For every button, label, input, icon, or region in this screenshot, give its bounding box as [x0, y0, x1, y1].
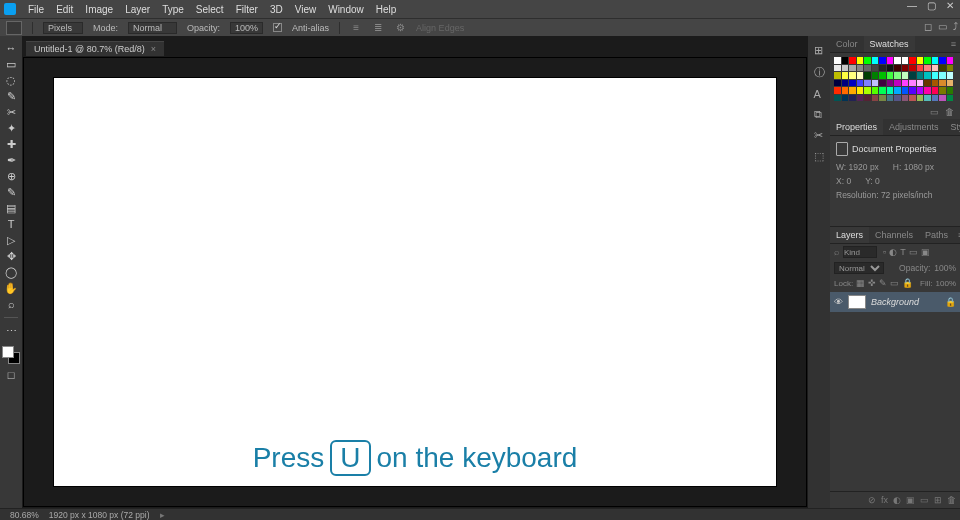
swatch[interactable] — [909, 80, 916, 87]
tool-16[interactable]: ⌕ — [3, 296, 19, 312]
tab-adjustments[interactable]: Adjustments — [883, 119, 945, 135]
swatch[interactable] — [849, 80, 856, 87]
swatch[interactable] — [932, 72, 939, 79]
lock-position-icon[interactable]: ✜ — [868, 278, 876, 288]
tool-15[interactable]: ✋ — [3, 280, 19, 296]
swatch[interactable] — [864, 72, 871, 79]
swatch[interactable] — [947, 95, 954, 102]
tool-3[interactable]: ✎ — [3, 88, 19, 104]
swatch[interactable] — [879, 65, 886, 72]
swatch[interactable] — [872, 80, 879, 87]
swatch[interactable] — [947, 80, 954, 87]
panel-icon-3[interactable]: ⧉ — [814, 108, 825, 121]
swatch[interactable] — [939, 65, 946, 72]
swatch[interactable] — [917, 65, 924, 72]
swatch[interactable] — [894, 57, 901, 64]
document-tab[interactable]: Untitled-1 @ 80.7% (Red/8) × — [26, 41, 164, 56]
lock-icon[interactable]: 🔒 — [902, 278, 913, 288]
swatch[interactable] — [857, 65, 864, 72]
swatch[interactable] — [872, 87, 879, 94]
panel-menu-icon[interactable]: ≡ — [947, 36, 960, 52]
swatch[interactable] — [857, 57, 864, 64]
swatch[interactable] — [887, 65, 894, 72]
swatch[interactable] — [834, 95, 841, 102]
settings-icon[interactable]: ⚙ — [394, 22, 406, 34]
more-tools-icon[interactable]: ⋯ — [3, 323, 19, 339]
close-button[interactable]: ✕ — [946, 0, 954, 11]
swatch[interactable] — [872, 57, 879, 64]
tool-5[interactable]: ✦ — [3, 120, 19, 136]
swatch[interactable] — [939, 87, 946, 94]
layer-foot-6[interactable]: 🗑 — [947, 495, 956, 505]
tab-channels[interactable]: Channels — [869, 227, 919, 243]
swatch[interactable] — [834, 65, 841, 72]
layer-foot-4[interactable]: ▭ — [920, 495, 929, 505]
swatch[interactable] — [842, 80, 849, 87]
swatch[interactable] — [872, 65, 879, 72]
swatch[interactable] — [917, 87, 924, 94]
blend-mode-select[interactable]: Normal — [834, 262, 884, 274]
menu-help[interactable]: Help — [370, 4, 403, 15]
tab-swatches[interactable]: Swatches — [864, 36, 915, 52]
align-left-icon[interactable]: ≡ — [350, 22, 362, 34]
swatch[interactable] — [932, 80, 939, 87]
swatch[interactable] — [902, 80, 909, 87]
panel-icon-1[interactable]: ⓘ — [814, 65, 825, 80]
filter-type-icon[interactable]: T — [900, 247, 906, 257]
swatch[interactable] — [857, 95, 864, 102]
swatch[interactable] — [849, 57, 856, 64]
swatch[interactable] — [887, 72, 894, 79]
swatch[interactable] — [932, 87, 939, 94]
swatch[interactable] — [864, 80, 871, 87]
delete-swatch-icon[interactable]: 🗑 — [945, 107, 954, 117]
opacity-value[interactable]: 100% — [230, 22, 263, 34]
swatch[interactable] — [894, 95, 901, 102]
swatch[interactable] — [857, 72, 864, 79]
minimize-button[interactable]: — — [907, 0, 917, 11]
swatch[interactable] — [887, 80, 894, 87]
swatch[interactable] — [902, 95, 909, 102]
layer-row[interactable]: 👁 Background 🔒 — [830, 292, 960, 312]
tool-2[interactable]: ◌ — [3, 72, 19, 88]
tab-styles[interactable]: Styles — [945, 119, 960, 135]
swatch[interactable] — [947, 57, 954, 64]
lock-all-icon[interactable]: ▦ — [856, 278, 865, 288]
swatch[interactable] — [947, 72, 954, 79]
swatch[interactable] — [894, 80, 901, 87]
panel-icon-2[interactable]: A — [814, 88, 825, 100]
workspace-icon[interactable]: ▭ — [938, 21, 947, 32]
swatch[interactable] — [932, 95, 939, 102]
menu-3d[interactable]: 3D — [264, 4, 289, 15]
layer-foot-0[interactable]: ⊘ — [868, 495, 876, 505]
swatch[interactable] — [902, 87, 909, 94]
swatch[interactable] — [939, 95, 946, 102]
swatch[interactable] — [939, 72, 946, 79]
swatch[interactable] — [857, 80, 864, 87]
swatch[interactable] — [932, 65, 939, 72]
swatch[interactable] — [834, 72, 841, 79]
swatch[interactable] — [939, 80, 946, 87]
swatch[interactable] — [939, 57, 946, 64]
swatch[interactable] — [909, 87, 916, 94]
tool-8[interactable]: ⊕ — [3, 168, 19, 184]
menu-edit[interactable]: Edit — [50, 4, 79, 15]
menu-type[interactable]: Type — [156, 4, 190, 15]
swatch[interactable] — [917, 80, 924, 87]
layer-foot-1[interactable]: fx — [881, 495, 888, 505]
swatch[interactable] — [879, 87, 886, 94]
filter-adjust-icon[interactable]: ◐ — [889, 247, 897, 257]
zoom-level[interactable]: 80.68% — [10, 510, 39, 520]
swatch[interactable] — [917, 95, 924, 102]
swatch[interactable] — [924, 65, 931, 72]
swatch[interactable] — [924, 87, 931, 94]
tool-9[interactable]: ✎ — [3, 184, 19, 200]
swatch[interactable] — [872, 72, 879, 79]
tool-14[interactable]: ◯ — [3, 264, 19, 280]
filter-pixel-icon[interactable]: ▫ — [883, 247, 886, 257]
swatch[interactable] — [834, 87, 841, 94]
panel-icon-0[interactable]: ⊞ — [814, 44, 825, 57]
layer-foot-5[interactable]: ⊞ — [934, 495, 942, 505]
maximize-button[interactable]: ▢ — [927, 0, 936, 11]
tool-0[interactable]: ↔ — [3, 40, 19, 56]
swatch[interactable] — [879, 80, 886, 87]
